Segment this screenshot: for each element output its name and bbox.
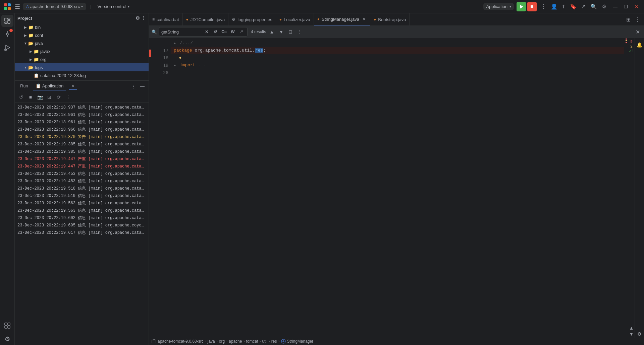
minimap-error-1 <box>626 39 627 40</box>
breadcrumb-project[interactable]: apache-tomcat-9.0.68-src <box>158 339 204 344</box>
tree-item-conf[interactable]: ▶ 📁 conf <box>15 31 149 39</box>
tab-catalina-bat[interactable]: ≡ catalina.bat <box>149 13 183 25</box>
search-bar-icon: 🔍 <box>152 29 157 34</box>
tab-more-icon[interactable]: ⋮ <box>633 15 641 24</box>
tree-item-catalina-log[interactable]: ▶ 📋 catalina.2023-12-23.log <box>15 71 149 79</box>
application-tab[interactable]: 📋Application <box>33 82 66 90</box>
case-sensitive-button[interactable]: Cc <box>220 28 228 36</box>
search-results-count: 4 results <box>251 29 266 34</box>
log-line: 23-Dec-2023 20:22:19.519 信息 [main] org.a… <box>15 192 149 200</box>
activity-plugins-icon[interactable] <box>1 320 13 332</box>
right-panel: 🔔 ⚙ <box>635 38 644 338</box>
breadcrumb-apache[interactable]: apache <box>229 339 242 344</box>
editor-content: 17 18 19 28 ▶ /.../ package org.apache.t… <box>149 38 644 338</box>
sidebar-settings-icon[interactable]: ⚙ <box>136 15 140 21</box>
more-options-icon[interactable]: ⋮ <box>539 2 547 11</box>
code-area[interactable]: ▶ /.../ package org.apache.tomcat.util.r… <box>171 38 624 338</box>
catalina-bat-label: catalina.bat <box>157 17 179 22</box>
tree-item-bin[interactable]: ▶ 📁 bin <box>15 23 149 31</box>
tab-logging-properties[interactable]: ⚙ logging.properties <box>228 13 276 25</box>
translate-icon[interactable]: T̃ <box>561 3 567 11</box>
log-line: 23-Dec-2023 20:22:19.563 信息 [main] org.a… <box>15 207 149 214</box>
svg-rect-19 <box>152 340 156 343</box>
tab-stringmanager[interactable]: ● StringManager.java ✕ <box>314 13 370 25</box>
fold-arrow-1[interactable]: ▶ <box>174 42 176 45</box>
notifications-icon[interactable]: 🔔 <box>636 41 644 49</box>
async-tool-button[interactable]: ⟳ <box>55 93 62 101</box>
vcs-dropdown-icon: ▾ <box>128 5 129 8</box>
bootstrap-icon: ● <box>374 17 376 22</box>
tab-jdtcompiler[interactable]: ● JDTCompiler.java <box>183 13 229 25</box>
inspection-chevron-down[interactable]: ▼ <box>629 331 634 337</box>
menu-icon[interactable]: ☰ <box>15 3 20 10</box>
more-tools-button[interactable]: ⋮ <box>64 93 72 101</box>
sidebar-header: Project ⚙ ⋮ <box>15 13 149 23</box>
snapshot-tool-button[interactable]: 📷 <box>36 93 44 101</box>
run-button[interactable] <box>517 2 526 11</box>
close-tab-icon[interactable]: ✕ <box>69 82 77 90</box>
breadcrumb-org[interactable]: org <box>219 339 225 344</box>
log-line: 23-Dec-2023 20:22:18.961 信息 [main] org.a… <box>15 119 149 126</box>
maximize-button[interactable]: ❐ <box>621 2 631 11</box>
tab-localizer[interactable]: ● Localizer.java <box>276 13 314 25</box>
inspection-chevron-up[interactable]: ▲ <box>629 325 634 331</box>
profile-icon[interactable]: 👤 <box>549 2 559 11</box>
fold-arrow-2[interactable]: ▶ <box>174 64 176 67</box>
activity-commit-icon[interactable]: ! <box>1 28 13 40</box>
breadcrumb-res[interactable]: res <box>271 339 277 344</box>
project-selector[interactable]: A apache-tomcat-9.0.68-src ▾ <box>23 3 86 10</box>
tab-bootstrap[interactable]: ● Bootstrap.java <box>370 13 410 25</box>
run-configuration-widget[interactable]: Application ▾ <box>483 3 514 10</box>
breadcrumb: apache-tomcat-9.0.68-src › java › org › … <box>149 338 644 345</box>
search-refresh-icon[interactable]: ↺ <box>212 28 219 36</box>
run-tab[interactable]: Run <box>17 82 31 90</box>
tree-item-logs[interactable]: ▼ 📂 logs <box>15 63 149 71</box>
search-prev-button[interactable]: ▲ <box>268 28 275 36</box>
breadcrumb-tomcat[interactable]: tomcat <box>246 339 258 344</box>
tree-item-org[interactable]: ▶ 📁 org <box>15 55 149 63</box>
record-tool-button[interactable]: ⊡ <box>46 93 53 101</box>
restart-tool-button[interactable]: ↺ <box>17 93 25 101</box>
search-filter-button[interactable]: ⊟ <box>287 28 294 36</box>
breadcrumb-class-icon <box>281 339 286 344</box>
search-input[interactable] <box>161 29 202 34</box>
close-button[interactable]: ✕ <box>632 2 641 11</box>
whole-word-button[interactable]: W <box>229 28 236 36</box>
breadcrumb-util[interactable]: util <box>262 339 267 344</box>
regex-button[interactable]: .* <box>238 28 245 36</box>
breadcrumb-class[interactable]: StringManager <box>287 339 314 344</box>
search-options-button[interactable]: ⋮ <box>296 28 304 36</box>
search-everywhere-icon[interactable]: 🔍 <box>589 2 598 11</box>
activity-settings-icon[interactable]: ⚙ <box>1 333 13 345</box>
search-next-button[interactable]: ▼ <box>277 28 285 36</box>
sidebar-more-icon[interactable]: ⋮ <box>141 15 146 21</box>
tab-split-icon[interactable]: ⊞ <box>625 15 632 24</box>
search-bar-close-button[interactable]: ✕ <box>634 28 641 36</box>
catalina-log-label: catalina.2023-12-23.log <box>40 73 86 78</box>
right-panel-settings-icon[interactable]: ⚙ <box>636 330 644 338</box>
tree-item-javax[interactable]: ▶ 📁 javax <box>15 47 149 55</box>
tree-item-java[interactable]: ▼ 📂 java <box>15 39 149 47</box>
stop-button[interactable] <box>527 2 537 11</box>
run-panel-more-icon[interactable]: ⋮ <box>130 82 137 90</box>
breadcrumb-java[interactable]: java <box>208 339 215 344</box>
svg-rect-1 <box>8 3 11 6</box>
svg-rect-18 <box>8 326 10 328</box>
code-line-17: package org.apache.tomcat.util.res; <box>171 47 624 54</box>
minimize-button[interactable]: — <box>610 2 620 11</box>
log-line: 23-Dec-2023 20:22:19.385 信息 [main] org.a… <box>15 141 149 148</box>
stringmanager-close-icon[interactable]: ✕ <box>361 16 367 22</box>
run-log-content[interactable]: 23-Dec-2023 20:22:18.937 信息 [main] org.a… <box>15 102 149 270</box>
stop-tool-button[interactable]: ■ <box>27 93 34 101</box>
svg-rect-16 <box>8 323 10 325</box>
settings-icon[interactable]: ⚙ <box>600 2 608 11</box>
vcs-selector[interactable]: Version control ▾ <box>94 3 133 10</box>
activity-project-icon[interactable] <box>1 15 13 27</box>
svg-marker-4 <box>520 5 523 9</box>
search-close-icon[interactable]: ✕ <box>203 28 210 36</box>
bookmark-icon[interactable]: 🔖 <box>569 2 578 11</box>
share-icon[interactable]: ↗ <box>580 2 587 11</box>
run-panel-minimize-icon[interactable]: — <box>139 82 146 90</box>
org-folder-icon: 📁 <box>34 57 39 62</box>
activity-run-icon[interactable] <box>1 42 13 54</box>
